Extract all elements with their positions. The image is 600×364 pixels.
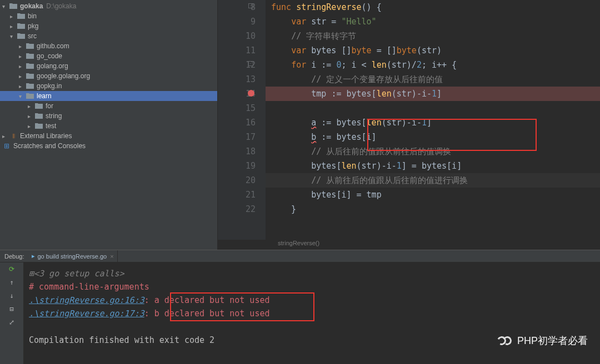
go-file-icon: ▸ xyxy=(32,252,35,260)
scratches-icon: ⊞ xyxy=(2,142,11,150)
pin-icon[interactable]: ⤢ xyxy=(7,318,16,327)
line-number[interactable]: 16 xyxy=(218,115,256,130)
breadcrumb[interactable]: stringReverse() xyxy=(218,240,600,250)
code-line-12[interactable]: for i := 0; i < len(str)/2; i++ { xyxy=(266,58,600,72)
code-line-10[interactable]: // 字符串转字节 xyxy=(266,29,600,43)
debug-tab[interactable]: ▸ go build stringReverse.go × xyxy=(28,250,117,262)
chevron-icon: ▸ xyxy=(28,103,34,109)
code-line-8[interactable]: func stringReverse() { xyxy=(266,0,600,14)
wechat-icon xyxy=(497,334,513,347)
line-number[interactable]: 12- xyxy=(218,58,256,72)
code-line-19[interactable]: bytes[len(str)-i-1] = bytes[i] xyxy=(266,159,600,173)
debug-tab-label: go build stringReverse.go xyxy=(37,253,107,260)
chevron-icon: ▸ xyxy=(10,23,17,29)
line-number[interactable]: 10 xyxy=(218,29,256,43)
chevron-icon: ▸ xyxy=(10,13,17,19)
code-line-13[interactable]: // 定义一个变量存放从后往前的值 xyxy=(266,72,600,87)
folder-icon xyxy=(34,103,43,109)
folder-icon xyxy=(26,73,34,79)
code-editor[interactable]: 8-9101112-13141516171819202122 func stri… xyxy=(218,0,600,250)
line-number[interactable]: 15 xyxy=(218,101,256,115)
tree-item-gopkg-in[interactable]: ▸gopkg.in xyxy=(0,81,217,91)
tree-item-golang-org[interactable]: ▸golang.org xyxy=(0,61,217,71)
console-line: ⊞<3 go setup calls> xyxy=(29,267,594,280)
code-line-15[interactable] xyxy=(266,101,600,115)
line-number[interactable]: 21 xyxy=(218,188,256,202)
folder-icon xyxy=(26,43,34,49)
chevron-icon: ▸ xyxy=(19,63,26,69)
line-number[interactable]: 19 xyxy=(218,159,256,173)
tree-item-learn[interactable]: ▾learn xyxy=(0,91,217,101)
line-number[interactable]: 9 xyxy=(218,14,256,29)
debug-toolbar: ⟳ ↑ ↓ ⊟ ⤢ xyxy=(0,262,23,364)
close-icon[interactable]: × xyxy=(110,253,113,260)
chevron-icon: ▾ xyxy=(10,33,17,39)
chevron-right-icon: ▸ xyxy=(2,133,9,139)
file-link[interactable]: .\stringReverse.go:16:3 xyxy=(29,295,144,305)
tree-item-src[interactable]: ▾src xyxy=(0,31,217,41)
rerun-icon[interactable]: ⟳ xyxy=(7,265,16,274)
console-line: .\stringReverse.go:16:3: a declared but … xyxy=(29,294,594,307)
tree-item-go_code[interactable]: ▸go_code xyxy=(0,51,217,61)
line-number[interactable]: 13 xyxy=(218,72,256,87)
library-icon: ⫴ xyxy=(9,132,18,140)
line-number[interactable]: 8- xyxy=(218,0,256,14)
line-number[interactable]: 14 xyxy=(218,87,256,101)
tree-item-for[interactable]: ▸for xyxy=(0,101,217,111)
code-line-22[interactable]: } xyxy=(266,202,600,216)
line-number[interactable]: 17 xyxy=(218,130,256,144)
tree-item-string[interactable]: ▸string xyxy=(0,111,217,121)
scratches-consoles[interactable]: ⊞ Scratches and Consoles xyxy=(0,141,217,151)
debug-label: Debug: xyxy=(0,253,28,260)
watermark: PHP初学者必看 xyxy=(497,334,588,347)
folder-icon xyxy=(26,83,34,89)
fold-icon[interactable]: - xyxy=(248,61,253,66)
project-path: D:\gokaka xyxy=(46,2,76,10)
file-link[interactable]: .\stringReverse.go:17:3 xyxy=(29,309,144,318)
code-line-9[interactable]: var str = "Hello" xyxy=(266,14,600,29)
code-line-21[interactable]: bytes[i] = tmp xyxy=(266,188,600,202)
code-line-16[interactable]: a := bytes[len(str)-i-1] xyxy=(266,115,600,130)
chevron-icon: ▸ xyxy=(19,83,26,89)
chevron-icon: ▸ xyxy=(19,73,26,79)
console-line: .\stringReverse.go:17:3: b declared but … xyxy=(29,307,594,320)
line-number[interactable]: 22 xyxy=(218,202,256,216)
external-libraries[interactable]: ▸ ⫴ External Libraries xyxy=(0,131,217,141)
folder-icon xyxy=(17,23,26,29)
stop-icon[interactable]: ↓ xyxy=(7,291,16,300)
tree-item-test[interactable]: ▸test xyxy=(0,121,217,131)
folder-icon xyxy=(26,53,34,59)
tree-item-google-golang-org[interactable]: ▸google.golang.org xyxy=(0,71,217,81)
folder-icon xyxy=(26,63,34,69)
tree-item-pkg[interactable]: ▸pkg xyxy=(0,21,217,31)
folder-icon xyxy=(17,13,26,19)
line-number[interactable]: 11 xyxy=(218,43,256,58)
chevron-icon: ▸ xyxy=(19,43,26,49)
folder-icon xyxy=(26,93,34,99)
chevron-down-icon: ▾ xyxy=(2,3,9,9)
line-number[interactable]: 18 xyxy=(218,144,256,159)
code-line-17[interactable]: b := bytes[i] xyxy=(266,130,600,144)
project-name: gokaka xyxy=(20,2,43,10)
folder-icon xyxy=(34,123,43,129)
code-line-20[interactable]: // 从前往后的值跟从后往前的值进行调换 xyxy=(266,173,600,188)
chevron-icon: ▸ xyxy=(28,123,34,129)
console-line xyxy=(29,320,594,333)
chevron-icon: ▾ xyxy=(19,93,26,99)
line-gutter[interactable]: 8-9101112-13141516171819202122 xyxy=(218,0,266,240)
tree-item-bin[interactable]: ▸bin xyxy=(0,11,217,21)
step-icon[interactable]: ↑ xyxy=(7,278,16,287)
breakpoint-icon[interactable] xyxy=(248,90,254,97)
tree-item-github-com[interactable]: ▸github.com xyxy=(0,41,217,51)
code-line-18[interactable]: // 从后往前的值跟从前往后的值调换 xyxy=(266,144,600,159)
layout-icon[interactable]: ⊟ xyxy=(7,305,16,314)
code-line-14[interactable]: tmp := bytes[len(str)-i-1] xyxy=(266,87,600,101)
line-number[interactable]: 20 xyxy=(218,173,256,188)
project-root[interactable]: ▾ gokaka D:\gokaka xyxy=(0,1,217,11)
code-line-11[interactable]: var bytes []byte = []byte(str) xyxy=(266,43,600,58)
fold-icon[interactable]: - xyxy=(248,3,253,8)
project-tree: ▾ gokaka D:\gokaka ▸bin▸pkg▾src▸github.c… xyxy=(0,0,218,250)
debug-console[interactable]: ⊞<3 go setup calls># command-line-argume… xyxy=(23,262,600,364)
chevron-icon: ▸ xyxy=(19,53,26,59)
code-content[interactable]: func stringReverse() { var str = "Hello"… xyxy=(266,0,600,240)
